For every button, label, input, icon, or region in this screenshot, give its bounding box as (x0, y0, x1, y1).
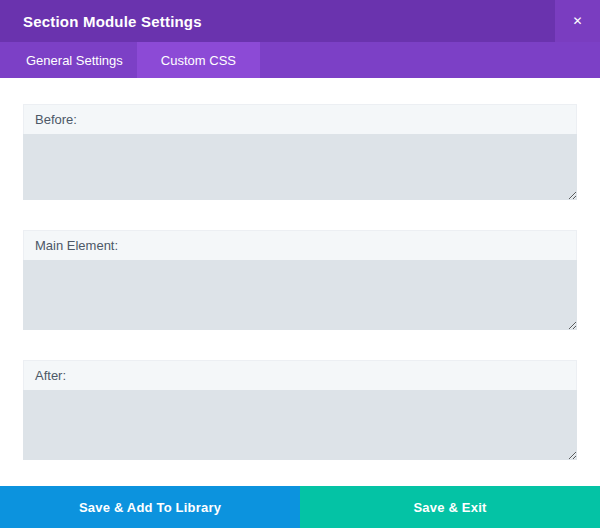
main-element-css-textarea[interactable] (23, 260, 577, 330)
save-add-to-library-button[interactable]: Save & Add To Library (0, 486, 300, 528)
close-icon: ✕ (572, 15, 582, 27)
close-button[interactable]: ✕ (555, 0, 600, 42)
modal-footer: Save & Add To Library Save & Exit (0, 486, 600, 528)
modal-body: Before: Main Element: After: (0, 78, 600, 486)
tab-custom-css-label: Custom CSS (161, 53, 236, 68)
tab-general-settings-label: General Settings (26, 53, 123, 68)
tab-bar: General Settings Custom CSS (0, 42, 600, 78)
after-css-textarea[interactable] (23, 390, 577, 460)
field-after-label: After: (23, 360, 577, 390)
tab-general-settings[interactable]: General Settings (0, 42, 137, 78)
section-module-settings-modal: Section Module Settings ✕ General Settin… (0, 0, 600, 528)
modal-title: Section Module Settings (0, 13, 202, 30)
tab-custom-css[interactable]: Custom CSS (137, 42, 260, 78)
save-exit-button[interactable]: Save & Exit (300, 486, 600, 528)
modal-header: Section Module Settings ✕ (0, 0, 600, 42)
field-main-element: Main Element: (23, 230, 577, 330)
field-before-label: Before: (23, 104, 577, 134)
before-css-textarea[interactable] (23, 134, 577, 200)
field-main-element-label: Main Element: (23, 230, 577, 260)
field-after: After: (23, 360, 577, 460)
field-before: Before: (23, 104, 577, 200)
